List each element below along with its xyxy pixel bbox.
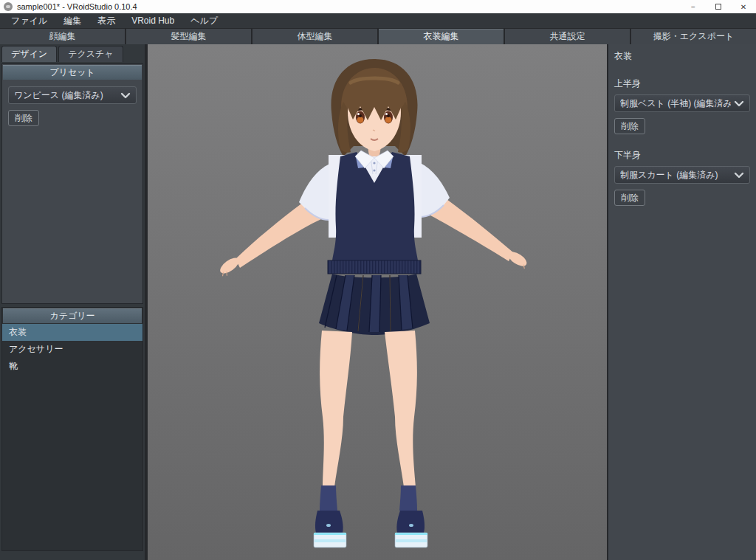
edit-mode-tabbar: 顔編集 髪型編集 体型編集 衣装編集 共通設定 撮影・エクスポート (0, 28, 756, 44)
menu-bar: ファイル 編集 表示 VRoid Hub ヘルプ (0, 13, 756, 28)
chevron-down-icon (734, 100, 744, 107)
tab-body-edit[interactable]: 体型編集 (252, 29, 377, 44)
right-shoe (395, 511, 427, 547)
left-sock (320, 485, 337, 511)
3d-viewport[interactable] (148, 44, 607, 560)
preset-box: プリセット ワンピース (編集済み) 削除 (1, 63, 143, 304)
close-button[interactable]: ✕ (731, 0, 756, 13)
chevron-down-icon (120, 92, 131, 99)
tab-face-edit[interactable]: 顔編集 (0, 29, 125, 44)
lower-body-delete-button[interactable]: 削除 (614, 190, 645, 206)
minimize-button[interactable]: − (681, 0, 706, 13)
left-panel: デザイン テクスチャ プリセット ワンピース (編集済み) 削除 カテゴリー 衣… (0, 44, 145, 560)
category-box: カテゴリー 衣装 アクセサリー 靴 (1, 307, 143, 551)
lower-body-dropdown-value: 制服スカート (編集済み) (620, 169, 731, 182)
category-header: カテゴリー (3, 308, 142, 323)
chevron-down-icon (734, 172, 744, 179)
preset-delete-button[interactable]: 削除 (8, 110, 39, 126)
app-icon (4, 2, 13, 11)
upper-body-dropdown-value: 制服ベスト (半袖) (編集済み) (620, 97, 731, 110)
preset-dropdown[interactable]: ワンピース (編集済み) (8, 86, 137, 104)
character-preview (148, 44, 607, 560)
right-panel-title: 衣装 (608, 49, 756, 73)
upper-body-label: 上半身 (608, 73, 756, 91)
maximize-button[interactable] (706, 0, 731, 13)
tab-common-settings[interactable]: 共通設定 (505, 29, 630, 44)
title-bar: sample001* - VRoidStudio 0.10.4 − ✕ (0, 0, 756, 13)
tab-texture[interactable]: テクスチャ (58, 46, 123, 62)
window-title: sample001* - VRoidStudio 0.10.4 (17, 2, 137, 11)
content-area: デザイン テクスチャ プリセット ワンピース (編集済み) 削除 カテゴリー 衣… (0, 44, 756, 560)
upper-body-dropdown[interactable]: 制服ベスト (半袖) (編集済み) (614, 94, 750, 112)
category-item-shoes[interactable]: 靴 (2, 358, 142, 375)
menu-vroid-hub[interactable]: VRoid Hub (123, 13, 182, 28)
tab-design[interactable]: デザイン (1, 46, 57, 62)
menu-file[interactable]: ファイル (3, 13, 55, 28)
menu-view[interactable]: 表示 (89, 13, 123, 28)
tab-hair-edit[interactable]: 髪型編集 (126, 29, 251, 44)
menu-edit[interactable]: 編集 (55, 13, 89, 28)
tab-outfit-edit[interactable]: 衣装編集 (379, 29, 504, 44)
preset-header: プリセット (3, 65, 142, 80)
maximize-icon (715, 4, 721, 10)
left-panel-tabs: デザイン テクスチャ (0, 44, 145, 62)
upper-body-delete-button[interactable]: 削除 (614, 118, 645, 134)
menu-help[interactable]: ヘルプ (182, 13, 226, 28)
category-item-accessory[interactable]: アクセサリー (2, 341, 142, 358)
lower-body-label: 下半身 (608, 145, 756, 163)
tab-photo-export[interactable]: 撮影・エクスポート (631, 29, 756, 44)
right-sock (399, 485, 417, 511)
lower-body-dropdown[interactable]: 制服スカート (編集済み) (614, 166, 750, 184)
vest-hem (328, 260, 421, 274)
category-item-outfit[interactable]: 衣装 (2, 324, 142, 341)
right-panel: 衣装 上半身 制服ベスト (半袖) (編集済み) 削除 下半身 制服スカート (… (608, 44, 756, 560)
preset-dropdown-value: ワンピース (編集済み) (14, 89, 117, 102)
